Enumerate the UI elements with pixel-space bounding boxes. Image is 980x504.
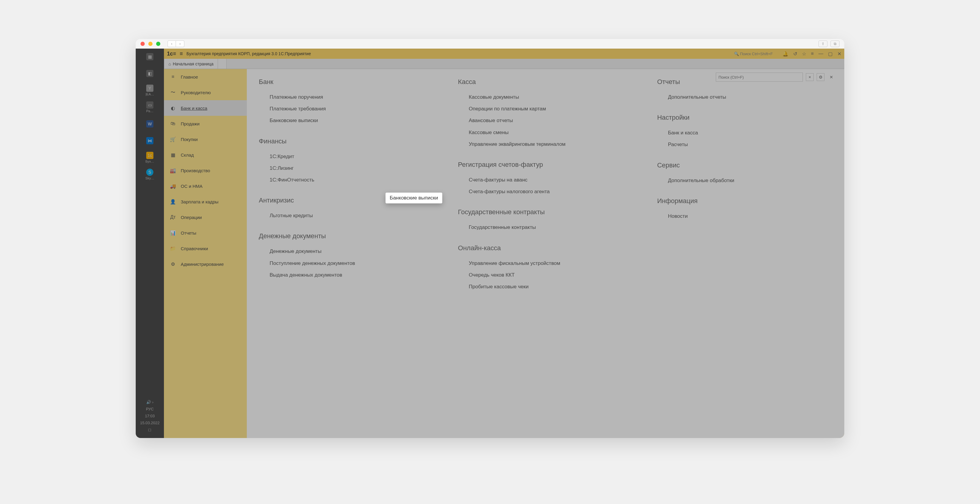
- taskbar-app-2[interactable]: Y|EA…: [142, 85, 158, 96]
- back-button[interactable]: ‹: [167, 41, 176, 47]
- taskbar-app-1[interactable]: ◧: [142, 68, 158, 79]
- menu-link[interactable]: Кассовые документы: [458, 91, 633, 103]
- panel-column-0: БанкПлатежные порученияПлатежные требова…: [259, 78, 434, 429]
- nav-icon: ◐: [170, 105, 176, 111]
- share-button[interactable]: ⇪: [818, 41, 827, 47]
- menu-link[interactable]: Расчеты: [657, 139, 832, 150]
- nav-icon: 〜: [170, 89, 176, 96]
- taskbar-app-3[interactable]: ▭Ра…: [142, 101, 158, 113]
- win-close-icon[interactable]: ✕: [837, 51, 841, 57]
- history-icon[interactable]: ↺: [793, 51, 797, 57]
- taskbar-app-7[interactable]: SSky…: [142, 169, 158, 180]
- nav-item-10[interactable]: 📊Отчеты: [164, 225, 247, 241]
- star-icon[interactable]: ☆: [802, 51, 806, 57]
- tab-home-label: Начальная страница: [173, 62, 213, 66]
- bell-icon[interactable]: 🔔: [783, 51, 788, 57]
- nav-item-0[interactable]: ≡Главное: [164, 69, 247, 85]
- menu-link[interactable]: Банковские выписки: [259, 115, 434, 126]
- menu-link[interactable]: Денежные документы: [259, 246, 434, 257]
- nav-item-8[interactable]: 👤Зарплата и кадры: [164, 194, 247, 209]
- menu-link[interactable]: Дополнительные отчеты: [657, 91, 832, 103]
- nav-label: Производство: [181, 168, 210, 173]
- section-title: Денежные документы: [259, 232, 434, 240]
- section-title: Финансы: [259, 137, 434, 145]
- menu-link[interactable]: Поступление денежных документов: [259, 257, 434, 269]
- menu-icon[interactable]: ≡: [180, 51, 183, 57]
- nav-label: Руководителю: [181, 90, 211, 95]
- taskbar-app-0[interactable]: ▦: [142, 51, 158, 62]
- section-title: Онлайн-касса: [458, 244, 633, 252]
- forward-button[interactable]: ›: [176, 41, 185, 47]
- lang-indicator[interactable]: РУС: [146, 407, 154, 411]
- taskbar-app-4[interactable]: W: [142, 118, 158, 130]
- panel-search[interactable]: [716, 73, 803, 82]
- nav-icon: 📁: [170, 246, 176, 251]
- max-dot[interactable]: [156, 42, 160, 46]
- menu-link[interactable]: Выдача денежных документов: [259, 269, 434, 281]
- win-min-icon[interactable]: —: [818, 51, 823, 57]
- menu-link[interactable]: Счета-фактуры налогового агента: [458, 186, 633, 197]
- menu-link[interactable]: Авансовые отчеты: [458, 115, 633, 126]
- nav-item-3[interactable]: 🛍Продажи: [164, 116, 247, 132]
- app-logo[interactable]: 1c≡: [167, 51, 176, 57]
- menu-link[interactable]: Операции по платежным картам: [458, 103, 633, 115]
- menu-link[interactable]: Управление фискальным устройством: [458, 257, 633, 269]
- nav-item-5[interactable]: ▦Склад: [164, 147, 247, 163]
- tab-home[interactable]: ⌂ Начальная страница: [164, 59, 218, 69]
- app-tab-bar: ⌂ Начальная страница: [164, 59, 844, 69]
- os-taskbar: ▦ ◧ Y|EA… ▭Ра… W ⋈ 1cБух… SSky… 🔊 › РУС …: [136, 49, 164, 438]
- nav-label: Главное: [181, 74, 198, 79]
- menu-link[interactable]: Дополнительные обработки: [657, 174, 832, 186]
- app-titlebar: 1c≡ ≡ Бухгалтерия предприятия КОРП, реда…: [164, 49, 844, 59]
- nav-item-1[interactable]: 〜Руководителю: [164, 85, 247, 100]
- nav-icon: 📊: [170, 230, 176, 236]
- global-search[interactable]: 🔍 Поиск Ctrl+Shift+F: [734, 52, 773, 56]
- menu-link[interactable]: Счета-фактуры на аванс: [458, 174, 633, 186]
- nav-label: ОС и НМА: [181, 184, 203, 189]
- hr-icon[interactable]: ≡: [811, 51, 814, 57]
- menu-link[interactable]: Государственные контракты: [458, 221, 633, 233]
- nav-label: Зарплата и кадры: [181, 199, 219, 204]
- taskbar-app-5[interactable]: ⋈: [142, 135, 158, 146]
- menu-link[interactable]: Платежные требования: [259, 103, 434, 115]
- menu-link[interactable]: Кассовые смены: [458, 127, 633, 138]
- tab-spacer: [218, 59, 227, 69]
- nav-icon: 🏭: [170, 168, 176, 173]
- nav-icon: 👤: [170, 199, 176, 204]
- nav-item-11[interactable]: 📁Справочники: [164, 241, 247, 256]
- taskbar-app-6[interactable]: 1cБух…: [142, 152, 158, 163]
- nav-icon: ≡: [170, 74, 176, 79]
- sound-icon[interactable]: 🔊 ›: [146, 400, 153, 404]
- menu-link[interactable]: 1С:ФинОтчетность: [259, 174, 434, 186]
- nav-label: Отчеты: [181, 230, 196, 236]
- menu-link[interactable]: Платежные поручения: [259, 91, 434, 103]
- section-title: Регистрация счетов-фактур: [458, 161, 633, 169]
- main-panel: БанкПлатежные порученияПлатежные требова…: [247, 69, 844, 438]
- clear-search-button[interactable]: ×: [806, 73, 814, 81]
- highlighted-menu-item[interactable]: Банковские выписки: [385, 193, 442, 203]
- close-dot[interactable]: [140, 42, 145, 46]
- nav-item-12[interactable]: ⚙Администрирование: [164, 256, 247, 272]
- menu-link[interactable]: 1С:Лизинг: [259, 162, 434, 174]
- menu-link[interactable]: Очередь чеков ККТ: [458, 269, 633, 281]
- desktop-peek[interactable]: ◻: [148, 428, 151, 432]
- menu-link[interactable]: Пробитые кассовые чеки: [458, 281, 633, 293]
- menu-link[interactable]: Управление эквайринговым терминалом: [458, 138, 633, 150]
- nav-item-2[interactable]: ◐Банк и касса: [164, 100, 247, 116]
- min-dot[interactable]: [148, 42, 153, 46]
- menu-link[interactable]: 1С:Кредит: [259, 151, 434, 162]
- menu-link[interactable]: Банк и касса: [657, 127, 832, 139]
- section-title: Банк: [259, 78, 434, 86]
- nav-item-7[interactable]: 🚚ОС и НМА: [164, 178, 247, 194]
- nav-label: Продажи: [181, 121, 200, 126]
- nav-item-6[interactable]: 🏭Производство: [164, 163, 247, 178]
- nav-item-4[interactable]: 🛒Покупки: [164, 132, 247, 147]
- win-max-icon[interactable]: ▢: [828, 51, 832, 57]
- nav-item-9[interactable]: ДтОперации: [164, 209, 247, 225]
- browser-mockup: ‹ › ⇪ ⧉ Банковские выписки ▦ ◧ Y|EA… ▭Ра…: [136, 39, 844, 438]
- tabs-button[interactable]: ⧉: [830, 41, 840, 47]
- settings-icon[interactable]: ⚙: [817, 73, 824, 81]
- menu-link[interactable]: Льготные кредиты: [259, 210, 434, 221]
- close-panel-icon[interactable]: ✕: [827, 73, 835, 81]
- menu-link[interactable]: Новости: [657, 210, 832, 222]
